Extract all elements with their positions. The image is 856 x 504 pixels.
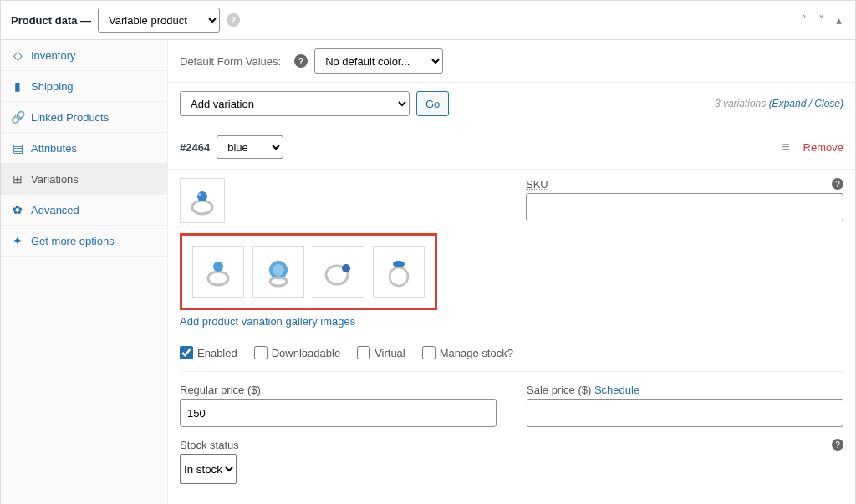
link-icon: 🔗 [11, 110, 24, 124]
main-content: Default Form Values: ? No default color.… [168, 40, 855, 504]
downloadable-checkbox[interactable] [254, 346, 268, 359]
sidebar-item-label: Linked Products [31, 111, 109, 124]
add-variation-select[interactable]: Add variation [180, 91, 410, 116]
product-data-panel: Product data — Variable product ? ˄ ˅ ▴ … [0, 0, 856, 504]
panel-title: Product data — [11, 14, 91, 27]
svg-point-6 [273, 264, 284, 276]
svg-point-0 [192, 201, 212, 214]
grid-icon: ⊞ [11, 172, 24, 186]
gallery-thumb[interactable] [252, 246, 304, 298]
chevron-up-icon[interactable]: ˄ [797, 12, 810, 28]
variation-main-image[interactable] [180, 178, 225, 223]
sidebar-item-label: Shipping [31, 80, 74, 93]
help-icon[interactable]: ? [294, 54, 308, 68]
svg-point-9 [342, 264, 350, 272]
virtual-checkbox[interactable] [357, 346, 370, 359]
expand-close-link[interactable]: (Expand / Close) [769, 98, 843, 109]
sidebar-item-variations[interactable]: ⊞ Variations [1, 164, 167, 195]
help-icon[interactable]: ? [832, 178, 843, 190]
sidebar-item-inventory[interactable]: ◇ Inventory [1, 40, 167, 71]
gallery-highlight [180, 233, 437, 310]
sidebar-item-label: Get more options [31, 235, 115, 247]
stock-status-label: Stock status [180, 439, 843, 451]
sidebar-item-advanced[interactable]: ✿ Advanced [1, 195, 167, 226]
sidebar-item-label: Attributes [31, 142, 77, 155]
schedule-link[interactable]: Schedule [594, 384, 639, 396]
sidebar-item-attributes[interactable]: ▤ Attributes [1, 133, 167, 164]
help-icon[interactable]: ? [227, 13, 240, 27]
hamburger-icon[interactable]: ≡ [782, 140, 789, 155]
sidebar-item-label: Variations [31, 173, 79, 186]
list-icon: ▤ [11, 141, 24, 155]
add-gallery-images-link[interactable]: Add product variation gallery images [180, 315, 355, 328]
gallery-thumb[interactable] [313, 246, 364, 298]
svg-point-10 [390, 267, 408, 286]
sale-price-input[interactable] [527, 399, 843, 427]
default-form-toolbar: Default Form Values: ? No default color.… [168, 40, 855, 83]
gallery-thumb[interactable] [373, 246, 425, 298]
collapse-icon[interactable]: ▴ [833, 12, 845, 28]
variation-actions-bar: Add variation Go 3 variations (Expand / … [168, 83, 855, 125]
sidebar-item-linked-products[interactable]: 🔗 Linked Products [1, 102, 167, 133]
enabled-checkbox[interactable] [180, 346, 193, 359]
virtual-checkbox-label[interactable]: Virtual [357, 346, 405, 359]
enabled-checkbox-label[interactable]: Enabled [180, 346, 237, 359]
ring-icon [201, 255, 235, 288]
sku-input[interactable] [526, 193, 843, 221]
default-color-select[interactable]: No default color... [314, 48, 443, 74]
remove-link[interactable]: Remove [803, 141, 843, 154]
stock-status-select[interactable]: In stock [180, 454, 237, 484]
panel-header: Product data — Variable product ? ˄ ˅ ▴ [1, 1, 855, 40]
gallery-thumb[interactable] [192, 246, 244, 298]
svg-point-2 [198, 193, 201, 196]
ring-icon [322, 255, 355, 288]
sidebar-item-label: Inventory [31, 49, 75, 62]
truck-icon: ▮ [11, 79, 24, 93]
sku-label: SKU [526, 178, 843, 191]
svg-point-3 [208, 272, 228, 285]
ring-icon [382, 255, 415, 288]
svg-point-7 [270, 277, 287, 286]
sidebar-item-label: Advanced [31, 204, 79, 216]
manage-stock-checkbox[interactable] [422, 346, 436, 359]
chevron-down-icon[interactable]: ˅ [815, 12, 828, 28]
downloadable-checkbox-label[interactable]: Downloadable [254, 346, 340, 359]
ring-icon [186, 184, 219, 217]
svg-point-4 [213, 262, 223, 272]
variation-body: SKU ? [168, 169, 855, 504]
variation-color-select[interactable]: blue [217, 135, 283, 159]
product-type-select[interactable]: Variable product [98, 8, 220, 33]
sidebar: ◇ Inventory ▮ Shipping 🔗 Linked Products… [1, 40, 168, 504]
go-button[interactable]: Go [416, 91, 449, 116]
variation-count: 3 variations (Expand / Close) [715, 98, 843, 109]
default-form-label: Default Form Values: [180, 55, 281, 68]
manage-stock-checkbox-label[interactable]: Manage stock? [422, 346, 513, 359]
svg-point-1 [197, 191, 207, 201]
inventory-icon: ◇ [11, 48, 24, 62]
sale-price-label: Sale price ($) Schedule [527, 384, 843, 396]
variation-header[interactable]: #2464 blue ≡ Remove [168, 125, 855, 169]
sparkle-icon: ✦ [11, 234, 24, 247]
gear-icon: ✿ [11, 203, 24, 216]
svg-point-11 [393, 261, 405, 267]
sidebar-item-more-options[interactable]: ✦ Get more options [1, 226, 167, 257]
ring-icon [262, 255, 295, 288]
variation-id: #2464 [180, 141, 210, 154]
checkbox-row: Enabled Downloadable Virtual Manage stoc… [180, 334, 843, 372]
regular-price-input[interactable] [180, 399, 497, 427]
regular-price-label: Regular price ($) [180, 384, 497, 396]
sidebar-item-shipping[interactable]: ▮ Shipping [1, 71, 167, 102]
help-icon[interactable]: ? [832, 439, 843, 451]
